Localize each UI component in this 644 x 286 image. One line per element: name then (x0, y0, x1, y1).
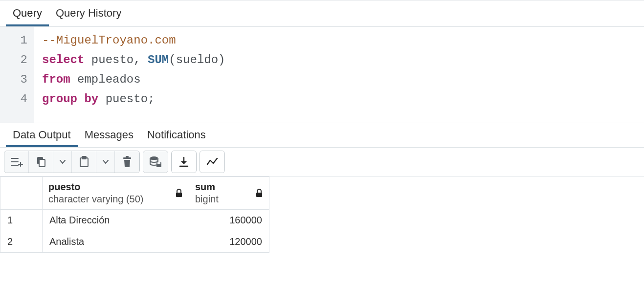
lock-icon (255, 189, 263, 198)
lock-icon (175, 189, 183, 198)
copy-button[interactable] (29, 151, 53, 173)
svg-rect-10 (126, 156, 129, 157)
column-header-sum[interactable]: sum bigint (189, 177, 269, 210)
line-number: 4 (9, 89, 27, 109)
cell[interactable]: 120000 (189, 231, 269, 253)
download-button[interactable] (172, 151, 196, 173)
cell[interactable]: 160000 (189, 210, 269, 231)
line-number: 2 (9, 50, 27, 70)
svg-rect-8 (82, 156, 86, 159)
svg-point-12 (150, 159, 158, 162)
query-tool: Query Query History 1234 --MiguelTroyano… (0, 0, 644, 253)
svg-rect-6 (39, 159, 45, 167)
paste-dropdown-button[interactable] (96, 151, 115, 173)
tab-messages[interactable]: Messages (78, 124, 140, 147)
table-row[interactable]: 2Analista120000 (0, 231, 269, 253)
svg-rect-18 (256, 193, 262, 197)
svg-rect-9 (123, 157, 131, 159)
table-row[interactable]: 1Alta Dirección160000 (0, 210, 269, 231)
column-header-puesto[interactable]: puesto character varying (50) (43, 177, 189, 210)
graph-button[interactable] (200, 151, 224, 173)
row-number[interactable]: 1 (0, 210, 43, 231)
delete-button[interactable] (115, 151, 139, 173)
paste-icon (79, 156, 89, 168)
tab-notifications[interactable]: Notifications (140, 124, 213, 147)
database-save-icon (149, 156, 162, 168)
chevron-down-icon (102, 158, 109, 165)
graph-icon (206, 157, 218, 166)
svg-rect-17 (176, 193, 182, 197)
add-row-button[interactable] (4, 151, 29, 173)
line-gutter: 1234 (0, 27, 34, 123)
copy-dropdown-button[interactable] (53, 151, 72, 173)
rownum-header[interactable] (0, 177, 43, 210)
column-type: bigint (195, 193, 219, 205)
chevron-down-icon (59, 158, 66, 165)
svg-rect-14 (157, 162, 160, 164)
code-line[interactable]: select puesto, SUM(sueldo) (42, 50, 225, 70)
results-table: puesto character varying (50) sum bigint (0, 176, 269, 253)
results-toolbar (0, 148, 644, 176)
code-line[interactable]: group by puesto; (42, 89, 225, 109)
line-number: 1 (9, 31, 27, 50)
sql-editor[interactable]: 1234 --MiguelTroyano.comselect puesto, S… (0, 27, 644, 123)
copy-icon (35, 156, 47, 168)
download-icon (178, 156, 189, 167)
code-line[interactable]: from empleados (42, 70, 225, 89)
column-name: sum (195, 181, 219, 193)
paste-button[interactable] (72, 151, 96, 173)
row-number[interactable]: 2 (0, 231, 43, 253)
cell[interactable]: Analista (43, 231, 189, 253)
column-type: character varying (50) (48, 193, 144, 205)
add-row-icon (10, 156, 23, 167)
cell[interactable]: Alta Dirección (43, 210, 189, 231)
tab-query-history[interactable]: Query History (49, 1, 128, 26)
line-number: 3 (9, 70, 27, 89)
trash-icon (122, 156, 132, 168)
tab-data-output[interactable]: Data Output (6, 124, 78, 147)
save-data-button[interactable] (143, 151, 168, 173)
output-tabs: Data Output Messages Notifications (0, 123, 644, 148)
tab-query[interactable]: Query (6, 1, 49, 26)
code-area[interactable]: --MiguelTroyano.comselect puesto, SUM(su… (34, 27, 233, 123)
column-name: puesto (48, 181, 144, 193)
code-line[interactable]: --MiguelTroyano.com (42, 31, 225, 50)
editor-tabs: Query Query History (0, 0, 644, 27)
